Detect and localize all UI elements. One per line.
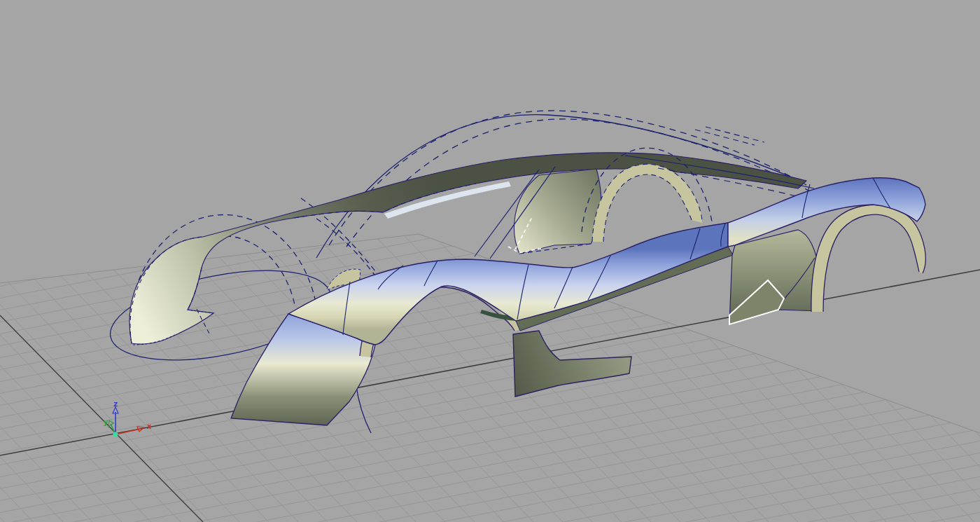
y-axis-label: y bbox=[104, 418, 108, 427]
cad-viewport[interactable]: z y x bbox=[0, 0, 980, 522]
x-axis-label: x bbox=[147, 422, 152, 431]
viewport-canvas[interactable]: z y x bbox=[0, 0, 980, 522]
origin-point bbox=[113, 432, 118, 437]
z-axis-label: z bbox=[113, 399, 118, 408]
